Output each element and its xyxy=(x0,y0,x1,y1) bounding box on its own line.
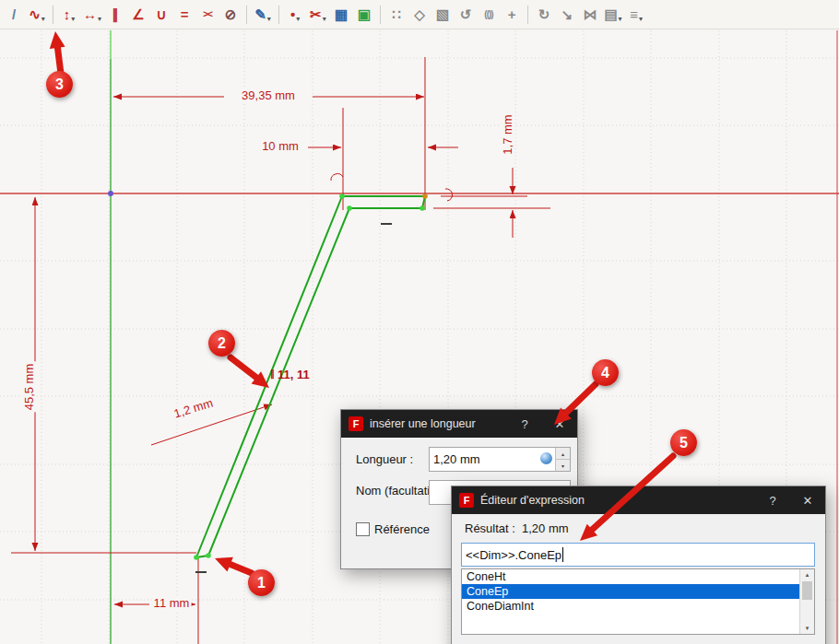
select-elements-icon: ∷ xyxy=(392,7,401,21)
sketcher-toolbar: / ∿▾ ↕▾ ↔▾ ∥ ∠ ∪ = >< ⊘ ✎▾ •▾ ✂▾ ▦ ▣ ∷ ◇… xyxy=(0,0,839,29)
dimension-label-left[interactable]: 45,5 mm xyxy=(23,362,37,413)
constraint-arc-mark xyxy=(445,189,453,201)
constrain-parallel-button[interactable]: ∥ xyxy=(104,3,126,27)
parallel-constraint-label: 11, 11 xyxy=(278,368,310,381)
scale-icon: ↘ xyxy=(561,7,573,21)
toolbar-separator xyxy=(278,6,279,24)
vdistance-icon: ↕ xyxy=(64,7,71,21)
move-icon: + xyxy=(508,7,516,21)
callout-1: 1 xyxy=(248,569,275,596)
symmetric-icon: >< xyxy=(203,10,212,19)
reference-checkbox[interactable] xyxy=(356,522,370,536)
scroll-thumb[interactable] xyxy=(802,581,812,600)
mirror-tool-button[interactable]: ⋈ xyxy=(579,3,601,27)
expression-editor-dialog: F Éditeur d'expression ? ✕ Résultat : 1,… xyxy=(451,486,826,644)
constrain-block-button[interactable]: ⊘ xyxy=(219,3,242,27)
freecad-app-icon: F xyxy=(459,493,474,508)
help-button[interactable]: ? xyxy=(507,410,542,438)
line-icon: / xyxy=(12,7,16,21)
polyline-icon: ∿ xyxy=(29,7,41,21)
polyline-tool-button[interactable]: ∿▾ xyxy=(26,3,48,27)
parallel-mark-icon: ∥ xyxy=(270,368,275,379)
move-tool-button[interactable]: + xyxy=(501,3,523,27)
trim-scissors-icon: ✂ xyxy=(310,7,322,21)
brackets-icon: (()) xyxy=(484,10,492,19)
scroll-up-icon[interactable]: ▴ xyxy=(800,569,814,580)
insert-length-titlebar[interactable]: F insérer une longueur ? ✕ xyxy=(341,410,577,438)
external-vertex[interactable] xyxy=(422,193,428,199)
constrain-equal-button[interactable]: = xyxy=(173,3,195,27)
popup-scrollbar[interactable]: ▴ ▾ xyxy=(799,569,814,634)
close-button[interactable]: ✕ xyxy=(542,410,577,438)
equal-icon: = xyxy=(181,7,189,21)
dimension-label-bottom[interactable]: 11 mm xyxy=(152,597,192,611)
chevron-down-icon: ▾ xyxy=(639,15,643,27)
more-tools-icon: ≡ xyxy=(630,7,638,21)
line-tool-button[interactable]: / xyxy=(3,3,25,27)
more-tools-button[interactable]: ≡▾ xyxy=(625,3,647,27)
array-icon: ▤ xyxy=(604,7,617,21)
autocomplete-option[interactable]: ConeHt xyxy=(462,569,814,584)
mirror-icon: ⋈ xyxy=(584,7,597,21)
chevron-down-icon: ▾ xyxy=(296,15,300,27)
constrain-vdistance-button[interactable]: ↕▾ xyxy=(58,3,80,27)
constrain-angle-button[interactable]: ∠ xyxy=(127,3,149,27)
help-button[interactable]: ? xyxy=(755,486,790,514)
freecad-app-icon: F xyxy=(349,416,363,431)
clone-tool-button[interactable]: ▧ xyxy=(431,3,454,27)
close-button[interactable]: ✕ xyxy=(790,486,825,514)
toolbar-separator xyxy=(246,6,247,24)
refresh-tool-button[interactable]: ↻ xyxy=(533,3,555,27)
autocomplete-option-selected[interactable]: ConeEp xyxy=(462,584,814,599)
trim-tool-button[interactable]: ✂▾ xyxy=(307,3,329,27)
spin-down-button[interactable]: ▾ xyxy=(556,460,570,471)
constrain-tangent-button[interactable]: ∪ xyxy=(150,3,172,27)
expression-editor-icon[interactable] xyxy=(540,452,552,464)
map-sketch-button[interactable]: ▦ xyxy=(330,3,352,27)
callout-2: 2 xyxy=(208,330,235,357)
validate-icon: ▣ xyxy=(358,7,371,21)
callout-5: 5 xyxy=(670,429,697,456)
array-tool-button[interactable]: ▤▾ xyxy=(602,3,624,27)
geometry-icon: ◇ xyxy=(414,7,425,21)
length-spinner: ▴ ▾ xyxy=(555,448,570,471)
expression-text: <<Dim>>.ConeEp xyxy=(466,548,561,562)
select-elements-button[interactable]: ∷ xyxy=(385,3,408,27)
validate-sketch-button[interactable]: ▣ xyxy=(353,3,375,27)
expression-editor-title: Éditeur d'expression xyxy=(480,494,585,507)
autocomplete-popup: ConeHt ConeEp ConeDiamInt ▴ ▾ xyxy=(461,568,815,635)
expression-input[interactable]: <<Dim>>.ConeEp xyxy=(461,543,815,567)
parallel-constraint-badge[interactable]: ∥ 11, 11 xyxy=(270,368,310,381)
callout-3: 3 xyxy=(46,71,73,98)
spin-up-button[interactable]: ▴ xyxy=(556,448,570,460)
autocomplete-option[interactable]: ConeDiamInt xyxy=(462,599,814,614)
dimension-label-right[interactable]: 1,7 mm xyxy=(502,112,515,156)
name-field-label: Nom (facultatif) xyxy=(356,484,437,498)
geometry-tool-button[interactable]: ◇ xyxy=(408,3,431,27)
scale-tool-button[interactable]: ↘ xyxy=(556,3,578,27)
result-label: Résultat : xyxy=(465,521,515,535)
scroll-down-icon[interactable]: ▾ xyxy=(800,623,814,634)
expression-editor-titlebar[interactable]: F Éditeur d'expression ? ✕ xyxy=(452,486,825,514)
chevron-down-icon: ▾ xyxy=(41,15,45,27)
constrain-symmetric-button[interactable]: >< xyxy=(196,3,219,27)
toolbar-separator xyxy=(53,6,53,24)
toolbar-separator xyxy=(380,6,381,24)
constraint-arc-mark xyxy=(331,174,343,181)
dimension-label-top[interactable]: 10 mm xyxy=(260,140,301,154)
rotate-tool-button[interactable]: ↺ xyxy=(455,3,477,27)
constrain-hdistance-button[interactable]: ↔▾ xyxy=(81,3,103,27)
length-field: ▴ ▾ xyxy=(429,447,571,472)
angle-icon: ∠ xyxy=(132,7,144,21)
internal-geometry-button[interactable]: (()) xyxy=(478,3,500,27)
constrain-coincident-button[interactable]: •▾ xyxy=(284,3,306,27)
parallel-icon: ∥ xyxy=(112,7,119,21)
refresh-icon: ↻ xyxy=(538,7,550,21)
edit-sketch-button[interactable]: ✎▾ xyxy=(252,3,274,27)
origin-point[interactable] xyxy=(108,191,113,196)
coincident-icon: • xyxy=(290,7,295,21)
reference-label: Référence xyxy=(374,522,430,536)
chevron-down-icon: ▾ xyxy=(619,15,622,27)
clone-icon: ▧ xyxy=(436,7,449,21)
dimension-label-width[interactable]: 39,35 mm xyxy=(240,89,297,103)
